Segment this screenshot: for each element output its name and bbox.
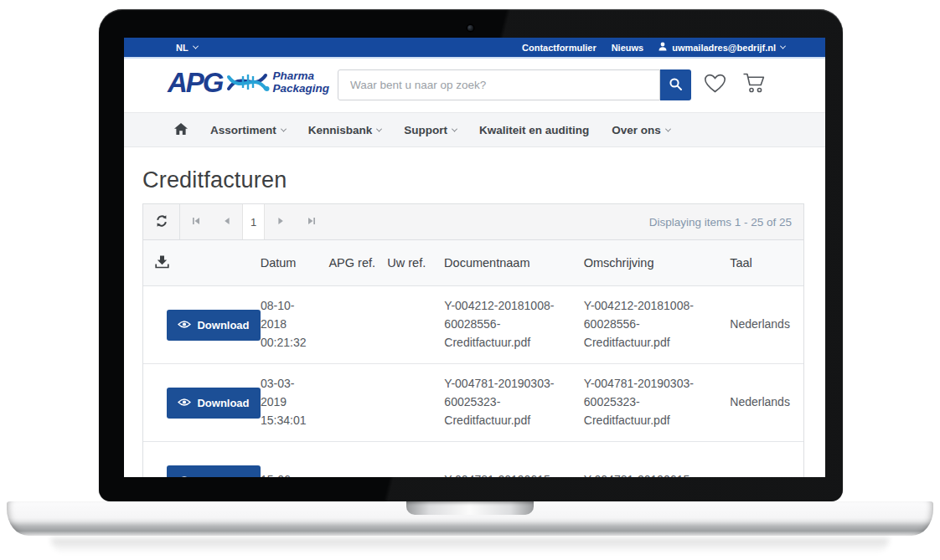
column-header-taal: Taal — [730, 256, 803, 270]
nav-kwaliteit-en-auditing[interactable]: Kwaliteit en auditing — [479, 124, 589, 136]
search-icon — [669, 77, 683, 94]
nieuws-link[interactable]: Nieuws — [612, 43, 644, 53]
column-header-apg-ref: APG ref. — [328, 256, 387, 270]
search-button[interactable] — [660, 69, 691, 100]
column-header-datum: Datum — [261, 256, 329, 270]
nav-label: Assortiment — [210, 124, 276, 136]
column-header-omschrijving: Omschrijving — [584, 256, 731, 270]
cell-taal: Nederlands — [730, 393, 803, 412]
main-nav: Assortiment Kennisbank Support Kwaliteit… — [124, 112, 825, 147]
laptop-lid: NL Contactformulier Nieuws uwmailadres@b… — [99, 9, 843, 501]
nav-home[interactable] — [174, 123, 188, 137]
refresh-button[interactable] — [143, 204, 180, 239]
next-page-icon — [276, 216, 286, 229]
cell-documentnaam: Y-004781-20190303- 60025323- Creditfactu… — [444, 375, 583, 429]
nav-kennisbank[interactable]: Kennisbank — [308, 124, 382, 136]
cell-datum: 08-10- 2018 00:21:32 — [261, 297, 329, 352]
table-row: Download 03-03- 2019 15:34:01 Y-004781-2… — [143, 364, 803, 442]
nav-label: Over ons — [612, 124, 661, 136]
user-icon — [659, 42, 667, 53]
documents-grid: 1 Displaying items 1 - 25 of 25 — [142, 203, 804, 477]
language-selector[interactable]: NL — [176, 43, 198, 53]
search-input[interactable] — [338, 69, 660, 100]
laptop-base — [7, 501, 933, 536]
laptop-lid-notch — [406, 501, 534, 515]
cell-omschrijving: Y-004781-20190303- 60025323- Creditfactu… — [584, 375, 730, 429]
chevron-down-icon — [452, 126, 457, 131]
cell-taal: Nederlands — [730, 316, 803, 334]
first-page-icon — [191, 216, 201, 229]
nav-label: Kwaliteit en auditing — [479, 124, 589, 136]
page-title: Creditfacturen — [142, 167, 825, 193]
download-button-label: Download — [197, 475, 249, 478]
webcam-dot — [467, 25, 473, 31]
page-number-indicator[interactable]: 1 — [242, 204, 265, 239]
cell-documentnaam: Y-004212-20181008- 60028556- Creditfactu… — [444, 297, 583, 352]
nav-over-ons[interactable]: Over ons — [612, 124, 670, 136]
download-button[interactable]: Download — [167, 388, 261, 419]
chevron-down-icon — [281, 126, 287, 131]
account-email: uwmailadres@bedrijf.nl — [672, 43, 776, 53]
column-header-documentnaam: Documentnaam — [444, 256, 584, 270]
contactformulier-link[interactable]: Contactformulier — [522, 43, 597, 53]
nav-assortiment[interactable]: Assortiment — [210, 124, 286, 136]
download-button-label: Download — [197, 397, 249, 409]
utility-topbar: NL Contactformulier Nieuws uwmailadres@b… — [124, 38, 825, 59]
chevron-down-icon — [376, 126, 382, 131]
chevron-down-icon — [193, 44, 199, 49]
last-page-button[interactable] — [296, 204, 327, 239]
status-text: Displaying items 1 - 25 of 25 — [649, 204, 803, 239]
last-page-icon — [307, 216, 317, 229]
eye-icon — [178, 397, 191, 409]
home-icon — [174, 123, 188, 137]
prev-page-icon — [222, 216, 232, 229]
logo-tagline-line1: Pharma — [273, 70, 330, 83]
grid-toolbar: 1 Displaying items 1 - 25 of 25 — [143, 204, 803, 240]
column-header-uw-ref: Uw ref. — [387, 256, 444, 270]
cell-documentnaam: Y-004781-20190615- — [444, 471, 583, 477]
language-label: NL — [176, 43, 189, 53]
cell-datum: 03-03- 2019 15:34:01 — [261, 375, 329, 429]
next-page-button[interactable] — [265, 204, 296, 239]
eye-icon — [178, 475, 191, 478]
laptop-screen: NL Contactformulier Nieuws uwmailadres@b… — [124, 38, 825, 477]
download-column-header — [143, 255, 261, 271]
wishlist-button[interactable] — [704, 74, 726, 96]
nav-label: Kennisbank — [308, 124, 373, 136]
table-row: Download 15-06- Y-004781-20190615- Y-004… — [143, 442, 803, 477]
apg-logo[interactable]: APG Pharma Packaging — [168, 66, 329, 98]
download-button[interactable]: Download — [167, 465, 261, 478]
download-button-label: Download — [197, 319, 249, 331]
cell-omschrijving: Y-004781-20190615- — [584, 471, 730, 477]
cell-datum: 15-06- — [261, 471, 329, 477]
table-row: Download 08-10- 2018 00:21:32 Y-004212-2… — [143, 286, 803, 364]
nav-label: Support — [404, 124, 447, 136]
download-icon — [155, 258, 169, 271]
dna-helix-icon — [226, 69, 270, 98]
cart-icon — [742, 84, 767, 96]
logo-tagline: Pharma Packaging — [273, 70, 330, 95]
logo-brand-text: APG — [168, 69, 223, 96]
download-button[interactable]: Download — [167, 310, 261, 341]
cart-button[interactable] — [742, 72, 767, 96]
search-bar — [338, 69, 691, 100]
laptop-reflection — [51, 538, 889, 553]
cell-omschrijving: Y-004212-20181008- 60028556- Creditfactu… — [584, 297, 730, 352]
heart-icon — [704, 84, 726, 96]
chevron-down-icon — [780, 44, 786, 49]
site-header: APG Pharma Packaging — [124, 59, 825, 112]
refresh-icon — [155, 214, 168, 230]
grid-header-row: Datum APG ref. Uw ref. Documentnaam Omsc… — [143, 240, 803, 286]
prev-page-button[interactable] — [211, 204, 242, 239]
account-menu[interactable]: uwmailadres@bedrijf.nl — [659, 42, 785, 53]
chevron-down-icon — [665, 126, 671, 131]
nav-support[interactable]: Support — [404, 124, 457, 136]
first-page-button[interactable] — [180, 204, 211, 239]
logo-tagline-line2: Packaging — [273, 83, 330, 95]
eye-icon — [178, 319, 191, 331]
